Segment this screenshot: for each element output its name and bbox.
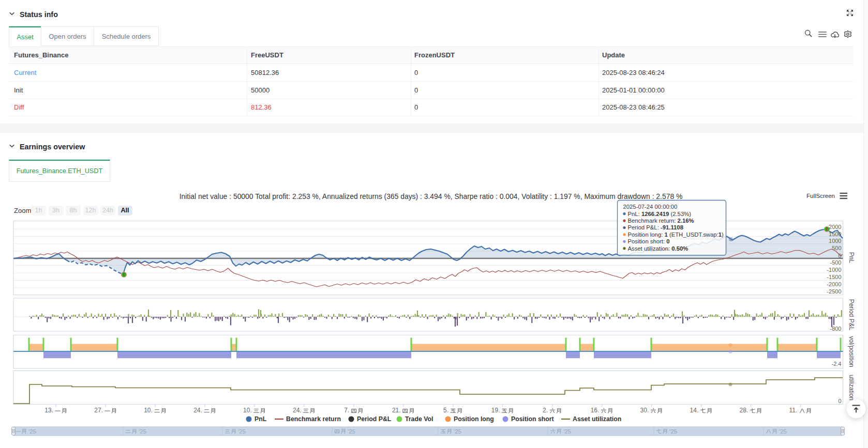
svg-text:PnL: PnL [848,252,855,264]
svg-text:utilization: utilization [848,375,855,400]
svg-text:1500: 1500 [829,231,841,237]
svg-text:'25: '25 [779,428,787,435]
svg-text:27.: 27. [94,407,103,414]
svg-text:0: 0 [838,253,841,259]
svg-text:28.: 28. [740,407,749,414]
svg-text:PnL: PnL [255,415,267,423]
svg-text:-2.4: -2.4 [832,361,842,367]
svg-text:'25: '25 [348,428,355,435]
svg-text:-500: -500 [830,259,841,266]
svg-text:'25: '25 [563,428,571,435]
svg-text:1000: 1000 [829,238,841,244]
svg-text:'25: '25 [139,428,146,435]
svg-text:Position short: 0: Position short: 0 [628,238,670,244]
svg-text:2.: 2. [543,407,548,414]
svg-text:Position long: Position long [454,415,494,423]
svg-text:-2000: -2000 [827,281,841,287]
svg-text:2025-07-24 00:00:00: 2025-07-24 00:00:00 [623,204,678,210]
svg-text:Benchmark return: 2.16%: Benchmark return: 2.16% [628,218,694,224]
svg-text:Position long: 1 (ETH_USDT.swa: Position long: 1 (ETH_USDT.swap:1) [628,231,724,238]
svg-text:7.: 7. [344,407,349,414]
svg-text:Position short: Position short [511,415,554,423]
svg-text:'25: '25 [454,428,461,435]
svg-text:2000: 2000 [829,224,841,230]
svg-text:0: 0 [838,398,841,404]
svg-text:vol/position: vol/position [848,336,855,367]
svg-text:Asset utilization: 0.50%: Asset utilization: 0.50% [628,245,689,252]
svg-text:24.: 24. [193,407,202,414]
svg-text:11.: 11. [789,407,798,414]
svg-text:16.: 16. [591,407,600,414]
svg-text:500: 500 [832,245,841,251]
svg-text:Benchmark return: Benchmark return [286,415,341,423]
svg-text:'25: '25 [669,428,677,435]
svg-text:14.: 14. [690,407,699,414]
svg-text:Trade Vol: Trade Vol [405,415,433,423]
svg-text:19.: 19. [491,407,500,414]
svg-text:10.: 10. [243,407,252,414]
svg-text:21.: 21. [392,407,401,414]
svg-text:13.: 13. [44,407,53,414]
svg-text:'25: '25 [238,428,246,435]
svg-text:-1000: -1000 [827,267,841,273]
svg-text:5.: 5. [443,407,448,414]
svg-text:PnL: 1266.2419 (2.53%): PnL: 1266.2419 (2.53%) [628,211,692,217]
svg-text:Asset utilization: Asset utilization [573,415,621,423]
svg-text:Period P&L: Period P&L [357,415,392,423]
svg-text:-1500: -1500 [827,274,841,280]
svg-text:-800: -800 [830,326,841,332]
svg-text:24.: 24. [293,407,302,414]
svg-text:-2500: -2500 [827,288,841,295]
svg-text:'25: '25 [28,428,36,435]
svg-text:30.: 30. [640,407,649,414]
svg-text:Period P&L: Period P&L [848,299,855,331]
svg-text:10.: 10. [144,407,153,414]
svg-text:Period P&L: -91.1108: Period P&L: -91.1108 [628,224,683,230]
